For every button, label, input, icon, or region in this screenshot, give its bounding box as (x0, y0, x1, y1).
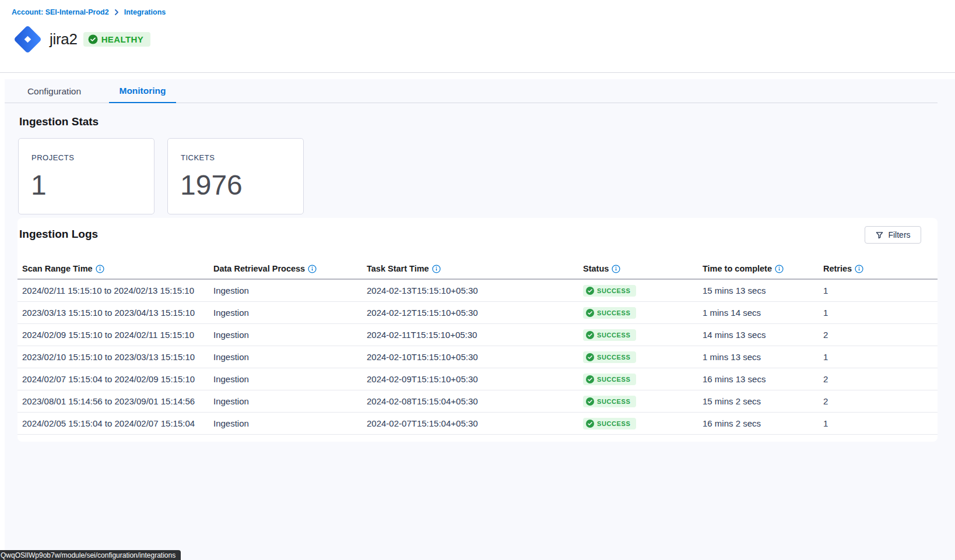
cell-task-start: 2024-02-09T15:15:10+05:30 (367, 374, 583, 384)
cell-retries: 1 (823, 286, 938, 295)
status-badge: SUCCESS (583, 307, 636, 319)
info-icon[interactable] (432, 265, 441, 273)
stat-label: PROJECTS (31, 153, 154, 162)
column-header-time-to-complete[interactable]: Time to complete (703, 264, 823, 273)
table-row[interactable]: 2024/02/07 15:15:04 to 2024/02/09 15:15:… (17, 368, 938, 390)
filters-button-label: Filters (888, 230, 910, 240)
table-body: 2024/02/11 15:15:10 to 2024/02/13 15:15:… (17, 280, 938, 435)
cell-process: Ingestion (213, 418, 367, 428)
cell-process: Ingestion (213, 396, 367, 406)
status-badge-label: SUCCESS (597, 420, 630, 427)
status-badge: SUCCESS (583, 418, 636, 429)
jira-logo-icon (12, 23, 44, 55)
cell-scan-range: 2023/02/10 15:15:10 to 2023/03/13 15:15:… (22, 352, 213, 362)
cell-scan-range: 2024/02/05 15:15:04 to 2024/02/07 15:15:… (22, 418, 213, 428)
column-header-label: Data Retrieval Process (213, 264, 305, 273)
stat-value: 1976 (180, 171, 303, 199)
table-row[interactable]: 2024/02/05 15:15:04 to 2024/02/07 15:15:… (17, 413, 938, 435)
cell-task-start: 2024-02-12T15:15:10+05:30 (367, 308, 583, 318)
ingestion-stats-heading: Ingestion Stats (19, 115, 99, 128)
cell-process: Ingestion (213, 308, 367, 318)
health-badge-label: HEALTHY (101, 34, 144, 44)
cell-task-start: 2024-02-10T15:15:10+05:30 (367, 352, 583, 362)
cell-process: Ingestion (213, 352, 367, 362)
cell-time-to-complete: 1 mins 14 secs (703, 308, 823, 318)
info-icon[interactable] (308, 265, 317, 273)
cell-task-start: 2024-02-07T15:15:04+05:30 (367, 418, 583, 428)
table-row[interactable]: 2024/02/11 15:15:10 to 2024/02/13 15:15:… (17, 280, 938, 302)
statusbar-url: QwqOSlIWp9ob7w/module/sei/configuration/… (1, 551, 175, 559)
status-badge: SUCCESS (583, 285, 636, 297)
cell-retries: 2 (823, 330, 938, 340)
status-badge-label: SUCCESS (597, 287, 630, 294)
page-header: Account: SEI-Internal-Prod2 Integrations… (0, 0, 955, 73)
cell-retries: 1 (823, 418, 938, 428)
ingestion-logs-card: Ingestion Logs Filters Scan Range TimeDa… (17, 218, 938, 442)
cell-scan-range: 2024/02/07 15:15:04 to 2024/02/09 15:15:… (22, 374, 213, 384)
page-title: jira2 (50, 30, 78, 48)
status-badge: SUCCESS (583, 396, 636, 407)
info-icon[interactable] (855, 265, 863, 273)
cell-retries: 2 (823, 374, 938, 384)
status-badge: SUCCESS (583, 351, 636, 363)
tab-monitoring[interactable]: Monitoring (109, 79, 176, 103)
check-circle-icon (586, 397, 594, 406)
status-badge: SUCCESS (583, 329, 636, 341)
cell-time-to-complete: 16 mins 2 secs (703, 418, 823, 428)
breadcrumb: Account: SEI-Internal-Prod2 Integrations (12, 8, 166, 16)
check-circle-icon (586, 353, 594, 361)
breadcrumb-account-link[interactable]: Account: SEI-Internal-Prod2 (12, 8, 109, 16)
ingestion-logs-heading: Ingestion Logs (19, 228, 98, 241)
cell-process: Ingestion (213, 286, 367, 295)
info-icon[interactable] (612, 265, 620, 273)
check-circle-icon (586, 331, 594, 339)
filters-button[interactable]: Filters (865, 226, 921, 244)
cell-task-start: 2024-02-13T15:15:10+05:30 (367, 286, 583, 295)
content-area: Configuration Monitoring Ingestion Stats… (5, 79, 955, 560)
table-header-row: Scan Range TimeData Retrieval ProcessTas… (17, 259, 938, 280)
cell-time-to-complete: 14 mins 13 secs (703, 330, 823, 340)
health-status-badge: HEALTHY (83, 32, 151, 47)
info-icon[interactable] (775, 265, 784, 273)
table-row[interactable]: 2023/02/10 15:15:10 to 2023/03/13 15:15:… (17, 346, 938, 368)
chevron-right-icon (114, 9, 120, 15)
status-badge-label: SUCCESS (597, 398, 630, 405)
column-header-task-start-time[interactable]: Task Start Time (367, 264, 583, 273)
breadcrumb-integrations-link[interactable]: Integrations (124, 8, 166, 16)
column-header-label: Retries (823, 264, 852, 273)
stat-label: TICKETS (181, 153, 303, 162)
stat-card-projects: PROJECTS 1 (18, 138, 155, 214)
table-row[interactable]: 2023/03/13 15:15:10 to 2023/04/13 15:15:… (17, 302, 938, 324)
cell-process: Ingestion (213, 374, 367, 384)
column-header-scan-range-time[interactable]: Scan Range Time (22, 264, 213, 273)
stat-card-tickets: TICKETS 1976 (167, 138, 304, 214)
cell-task-start: 2024-02-11T15:15:10+05:30 (367, 330, 583, 340)
column-header-retries[interactable]: Retries (823, 264, 938, 273)
info-icon[interactable] (96, 265, 104, 273)
cell-task-start: 2024-02-08T15:15:04+05:30 (367, 396, 583, 406)
check-circle-icon (586, 375, 594, 383)
cell-scan-range: 2024/02/09 15:15:10 to 2024/02/11 15:15:… (22, 330, 213, 340)
status-badge-label: SUCCESS (597, 354, 630, 361)
cell-scan-range: 2023/08/01 15:14:56 to 2023/09/01 15:14:… (22, 396, 213, 406)
link-preview-statusbar: QwqOSlIWp9ob7w/module/sei/configuration/… (0, 550, 181, 560)
column-header-status[interactable]: Status (583, 264, 703, 273)
tab-configuration[interactable]: Configuration (19, 79, 89, 103)
tab-bar: Configuration Monitoring (5, 79, 938, 103)
cell-time-to-complete: 15 mins 13 secs (703, 286, 823, 295)
table-row[interactable]: 2024/02/09 15:15:10 to 2024/02/11 15:15:… (17, 324, 938, 346)
column-header-label: Status (583, 264, 609, 273)
check-circle-icon (586, 287, 594, 295)
cell-time-to-complete: 1 mins 13 secs (703, 352, 823, 362)
check-circle-icon (88, 34, 98, 44)
cell-retries: 1 (823, 352, 938, 362)
column-header-data-retrieval-process[interactable]: Data Retrieval Process (213, 264, 367, 273)
status-badge-label: SUCCESS (597, 309, 630, 316)
filter-funnel-icon (875, 231, 884, 240)
column-header-label: Time to complete (703, 264, 772, 273)
column-header-label: Task Start Time (367, 264, 429, 273)
cell-time-to-complete: 15 mins 2 secs (703, 396, 823, 406)
ingestion-logs-table: Scan Range TimeData Retrieval ProcessTas… (17, 259, 938, 435)
table-row[interactable]: 2023/08/01 15:14:56 to 2023/09/01 15:14:… (17, 390, 938, 413)
cell-process: Ingestion (213, 330, 367, 340)
